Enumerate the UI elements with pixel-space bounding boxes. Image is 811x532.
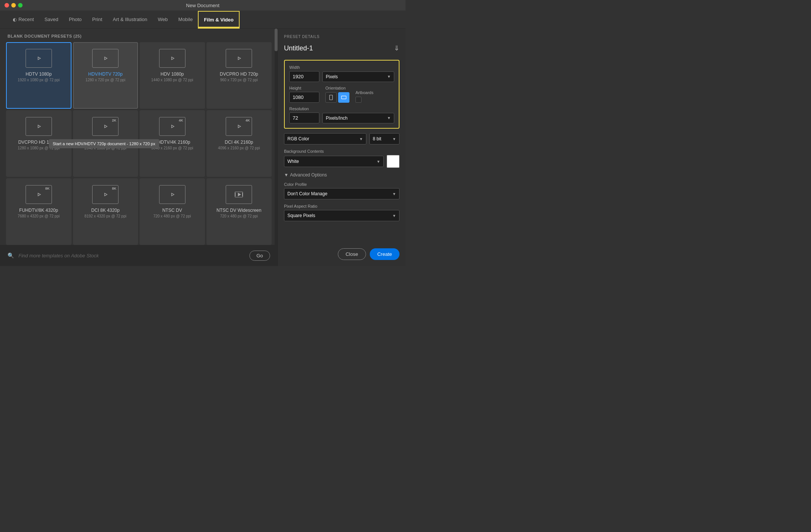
- maximize-traffic-light[interactable]: [18, 3, 23, 8]
- preset-dvcpro-720p[interactable]: DVCPRO HD 720p 960 x 720 px @ 72 ppi: [207, 42, 272, 109]
- preset-name-dci2k: DCI 2K 1080p: [91, 140, 120, 145]
- svg-rect-16: [342, 96, 346, 99]
- preset-icon-hdtv: [26, 49, 52, 68]
- preset-icon-uhdtv4k: 4K: [159, 117, 185, 136]
- width-row: Pixels ▼: [289, 71, 394, 82]
- preset-dims-hdv1080: 1440 x 1080 px @ 72 ppi: [151, 78, 193, 82]
- resolution-input[interactable]: [289, 112, 319, 123]
- preset-ntsc-dv-wide[interactable]: NTSC DV Widescreen 720 x 480 px @ 72 ppi: [207, 178, 272, 245]
- preset-dci-4k[interactable]: 4K DCI 4K 2160p 4096 x 2160 px @ 72 ppi: [207, 110, 272, 177]
- artboards-checkbox[interactable]: [355, 97, 361, 103]
- tab-saved[interactable]: Saved: [39, 11, 64, 28]
- height-orientation-row: Height Orientation: [289, 86, 394, 103]
- preset-dims-ntscdvwide: 720 x 480 px @ 72 ppi: [220, 214, 258, 218]
- preset-name-hdvhdtv: HDV/HDTV 720p: [88, 71, 123, 77]
- artboards-label: Artboards: [355, 90, 374, 95]
- traffic-lights: [5, 3, 23, 8]
- chevron-down-icon: ▼: [392, 214, 396, 218]
- preset-hdtv-1080p[interactable]: HDTV 1080p 1920 x 1080 px @ 72 ppi: [6, 42, 71, 109]
- preset-dims-dvcpro1080: 1280 x 1080 px @ 72 ppi: [18, 146, 59, 150]
- pixel-aspect-dropdown[interactable]: Square Pixels ▼: [284, 210, 399, 221]
- preset-fuhdtv-8k[interactable]: 8K FUHDTV/8K 4320p 7680 x 4320 px @ 72 p…: [6, 178, 71, 245]
- minimize-traffic-light[interactable]: [11, 3, 16, 8]
- width-unit-dropdown[interactable]: Pixels ▼: [322, 71, 394, 82]
- doc-name-row: ⇓: [284, 44, 399, 52]
- tab-art[interactable]: Art & Illustration: [108, 11, 153, 28]
- preset-hdv-1080p[interactable]: HDV 1080p 1440 x 1080 px @ 72 ppi: [140, 42, 205, 109]
- background-dropdown[interactable]: White ▼: [284, 156, 384, 167]
- scrollbar[interactable]: [275, 29, 278, 245]
- left-panel: BLANK DOCUMENT PRESETS (25) HDTV 1080p 1…: [0, 29, 278, 266]
- preset-hdvhdtv-720p[interactable]: HDV/HDTV 720p 1280 x 720 px @ 72 ppi: [73, 42, 138, 109]
- width-input[interactable]: [289, 71, 319, 82]
- preset-icon-ntscdv: [159, 185, 185, 204]
- tab-mobile[interactable]: Mobile: [173, 11, 198, 28]
- download-icon[interactable]: ⇓: [394, 44, 399, 52]
- color-mode-row: RGB Color ▼ 8 bit ▼: [284, 133, 399, 144]
- chevron-down-icon: ▼: [387, 116, 391, 120]
- preset-dvcpro-1080p[interactable]: DVCPRO HD 1080p 1280 x 1080 px @ 72 ppi: [6, 110, 71, 177]
- tab-recent[interactable]: ◐ Recent: [8, 11, 39, 28]
- scrollbar-thumb[interactable]: [275, 29, 278, 51]
- preset-uhdtv-4k[interactable]: 4K UHDTV/4K 2160p 3840 x 2160 px @ 72 pp…: [140, 110, 205, 177]
- preset-dims-fuhdtv8k: 7680 x 4320 px @ 72 ppi: [18, 214, 59, 218]
- preset-name-fuhdtv8k: FUHDTV/8K 4320p: [19, 208, 58, 213]
- height-input[interactable]: [289, 92, 319, 103]
- search-placeholder[interactable]: Find more templates on Adobe Stock: [18, 253, 245, 258]
- pixel-aspect-label: Pixel Aspect Ratio: [284, 204, 399, 208]
- preset-name-ntscdv: NTSC DV: [162, 208, 182, 213]
- title-bar: New Document: [0, 0, 406, 11]
- bottom-bar: 🔍 Find more templates on Adobe Stock Go: [0, 245, 278, 266]
- preset-dci-8k[interactable]: 8K DCI 8K 4320p 8192 x 4320 px @ 72 ppi: [73, 178, 138, 245]
- svg-rect-15: [330, 95, 333, 100]
- portrait-button[interactable]: [325, 92, 337, 103]
- tab-print[interactable]: Print: [87, 11, 108, 28]
- chevron-down-icon: ▼: [387, 74, 391, 79]
- width-section: Width Pixels ▼: [289, 65, 394, 82]
- color-mode-dropdown[interactable]: RGB Color ▼: [284, 133, 366, 144]
- height-label: Height: [289, 86, 319, 90]
- width-label: Width: [289, 65, 394, 70]
- preset-icon-hdv1080: [159, 49, 185, 68]
- orientation-section: Orientation: [325, 86, 349, 103]
- svg-marker-9: [105, 193, 107, 196]
- close-button[interactable]: Close: [338, 248, 366, 260]
- preset-icon-hdvhdtv: [92, 49, 118, 68]
- preset-icon-dci2k: 2K: [92, 117, 118, 136]
- pixel-aspect-section: Pixel Aspect Ratio Square Pixels ▼: [284, 204, 399, 221]
- tabs-bar: ◐ Recent Saved Photo Print Art & Illustr…: [0, 11, 406, 29]
- doc-name-input[interactable]: [284, 44, 359, 52]
- preset-ntsc-dv[interactable]: NTSC DV 720 x 480 px @ 72 ppi: [140, 178, 205, 245]
- preset-dims-dci8k: 8192 x 4320 px @ 72 ppi: [85, 214, 126, 218]
- preset-icon-dvcpro720: [226, 49, 252, 68]
- create-button[interactable]: Create: [370, 248, 399, 260]
- tab-film-video[interactable]: Film & Video: [198, 11, 240, 29]
- bit-depth-dropdown[interactable]: 8 bit ▼: [369, 133, 399, 144]
- svg-marker-3: [238, 57, 240, 59]
- preset-details-label: PRESET DETAILS: [284, 35, 399, 39]
- resolution-unit-dropdown[interactable]: Pixels/Inch ▼: [322, 113, 394, 123]
- preset-name-hdv1080: HDV 1080p: [161, 71, 184, 77]
- preset-icon-dci8k: 8K: [92, 185, 118, 204]
- tab-web[interactable]: Web: [153, 11, 173, 28]
- tab-photo[interactable]: Photo: [64, 11, 87, 28]
- advanced-options-toggle[interactable]: ▼ Advanced Options: [284, 172, 399, 178]
- preset-dims-ntscdv: 720 x 480 px @ 72 ppi: [153, 214, 191, 218]
- resolution-section: Resolution Pixels/Inch ▼: [289, 106, 394, 123]
- close-traffic-light[interactable]: [5, 3, 9, 8]
- preset-dims-dvcpro720: 960 x 720 px @ 72 ppi: [220, 78, 258, 82]
- preset-icon-dvcpro1080: [26, 117, 52, 136]
- chevron-down-icon: ▼: [359, 137, 363, 141]
- background-row: White ▼: [284, 155, 399, 168]
- landscape-button[interactable]: [338, 92, 349, 103]
- color-profile-dropdown[interactable]: Don't Color Manage ▼: [284, 188, 399, 199]
- go-button[interactable]: Go: [249, 251, 270, 261]
- bottom-buttons: Close Create: [284, 245, 399, 260]
- preset-name-dci8k: DCI 8K 4320p: [91, 208, 120, 213]
- background-color-swatch[interactable]: [387, 155, 399, 168]
- preset-dci-2k[interactable]: 2K DCI 2K 1080p 2048 x 1080 px @ 72 ppi: [73, 110, 138, 177]
- svg-marker-1: [105, 57, 107, 59]
- artboards-section: Artboards: [355, 90, 374, 103]
- svg-marker-6: [172, 125, 174, 128]
- dimensions-box: Width Pixels ▼ Height Or: [284, 60, 399, 129]
